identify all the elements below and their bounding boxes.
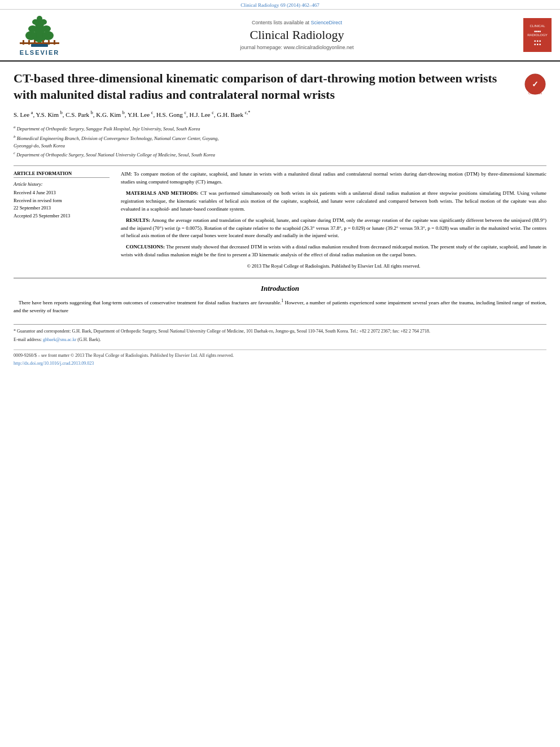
- svg-rect-11: [20, 42, 59, 44]
- introduction-paragraph: There have been reports suggesting that …: [14, 298, 546, 315]
- elsevier-wordmark: ELSEVIER: [20, 49, 59, 56]
- introduction-section: Introduction There have been reports sug…: [14, 284, 546, 315]
- article-info-column: ARTICLE INFORMATION Article history: Rec…: [14, 171, 110, 270]
- issn-note: 0009-9260/$ – see front matter © 2013 Th…: [14, 352, 546, 359]
- citation-bar: Clinical Radiology 69 (2014) 462–467: [0, 0, 560, 10]
- elsevier-logo-area: ELSEVIER: [6, 14, 73, 56]
- guarantor-note: * Guarantor and correspondent: G.H. Baek…: [14, 328, 546, 335]
- abstract-methods: MATERIALS AND METHODS: CT was performed …: [121, 190, 546, 213]
- received-revised-label: Received in revised form: [14, 197, 110, 205]
- doi-link[interactable]: http://dx.doi.org/10.1016/j.crad.2013.09…: [14, 361, 94, 366]
- header-divider: [14, 165, 546, 166]
- svg-rect-14: [34, 40, 36, 45]
- svg-rect-15: [42, 40, 44, 45]
- email-note: E-mail address: ghbaek@snu.ac.kr (G.H. B…: [14, 337, 546, 343]
- section-divider: [14, 278, 546, 278]
- svg-rect-17: [54, 40, 55, 45]
- article-history-label: Article history:: [14, 181, 110, 187]
- doi-note: http://dx.doi.org/10.1016/j.crad.2013.09…: [14, 360, 546, 367]
- journal-logo-box: CLINICAL ■■■■ RADIOLOGY ■ ■ ■■ ■ ■: [523, 18, 552, 52]
- journal-logo-area: CLINICAL ■■■■ RADIOLOGY ■ ■ ■■ ■ ■: [520, 14, 554, 56]
- abstract-aim: AIM: To compare motion of the capitate, …: [121, 171, 546, 186]
- sciencedirect-line: Contents lists available at ScienceDirec…: [252, 20, 342, 25]
- received-date: Received 4 June 2013: [14, 189, 110, 197]
- abstract-column: AIM: To compare motion of the capitate, …: [121, 171, 546, 270]
- crossmark-icon: ✓ CrossMark: [524, 73, 546, 95]
- journal-title: Clinical Radiology: [250, 28, 344, 42]
- elsevier-logo: ELSEVIER: [14, 14, 65, 56]
- accepted-date: Accepted 25 September 2013: [14, 212, 110, 220]
- svg-rect-16: [48, 40, 50, 45]
- abstract-copyright: © 2013 The Royal College of Radiologists…: [121, 263, 546, 270]
- sciencedirect-link[interactable]: ScienceDirect: [311, 20, 343, 25]
- article-title: CT-based three-dimensional kinematic com…: [14, 71, 518, 103]
- svg-point-10: [37, 16, 42, 21]
- elsevier-tree-icon: [14, 14, 65, 48]
- main-content: CT-based three-dimensional kinematic com…: [0, 62, 560, 367]
- journal-homepage: journal homepage: www.clinicalradiologyo…: [240, 45, 353, 50]
- abstract-conclusions: CONCLUSIONS: The present study showed th…: [121, 243, 546, 259]
- svg-text:✓: ✓: [532, 80, 539, 89]
- footer-bottom: 0009-9260/$ – see front matter © 2013 Th…: [14, 350, 546, 367]
- authors-line: S. Lee a, Y.S. Kim b, C.S. Park b, K.G. …: [14, 110, 546, 120]
- abstract-results: RESULTS: Among the average rotation and …: [121, 217, 546, 241]
- affiliation-a: a Department of Orthopedic Surgery, Sang…: [14, 124, 546, 133]
- svg-rect-12: [23, 40, 24, 45]
- svg-rect-18: [31, 44, 48, 47]
- footer-notes: * Guarantor and correspondent: G.H. Baek…: [14, 324, 546, 367]
- revised-date: 22 September 2013: [14, 204, 110, 212]
- affiliation-b: b Biomedical Engineering Branch, Divisio…: [14, 134, 546, 149]
- svg-rect-13: [28, 40, 30, 45]
- journal-title-area: Contents lists available at ScienceDirec…: [79, 14, 515, 56]
- footer-col-left: * Guarantor and correspondent: G.H. Baek…: [14, 328, 546, 345]
- email-link[interactable]: ghbaek@snu.ac.kr: [43, 337, 76, 342]
- footer-columns: * Guarantor and correspondent: G.H. Baek…: [14, 328, 546, 345]
- citation-text: Clinical Radiology 69 (2014) 462–467: [240, 2, 320, 8]
- affiliations: a Department of Orthopedic Surgery, Sang…: [14, 124, 546, 158]
- journal-header: ELSEVIER Contents lists available at Sci…: [0, 10, 560, 62]
- introduction-heading: Introduction: [14, 284, 546, 293]
- affiliation-c: c Department of Orthopedic Surgery, Seou…: [14, 150, 546, 159]
- journal-logo-text: CLINICAL ■■■■ RADIOLOGY ■ ■ ■■ ■ ■: [527, 24, 548, 46]
- article-title-section: CT-based three-dimensional kinematic com…: [14, 71, 546, 103]
- svg-text:CrossMark: CrossMark: [528, 91, 542, 95]
- abstract-section: ARTICLE INFORMATION Article history: Rec…: [14, 171, 546, 270]
- article-info-heading: ARTICLE INFORMATION: [14, 171, 110, 178]
